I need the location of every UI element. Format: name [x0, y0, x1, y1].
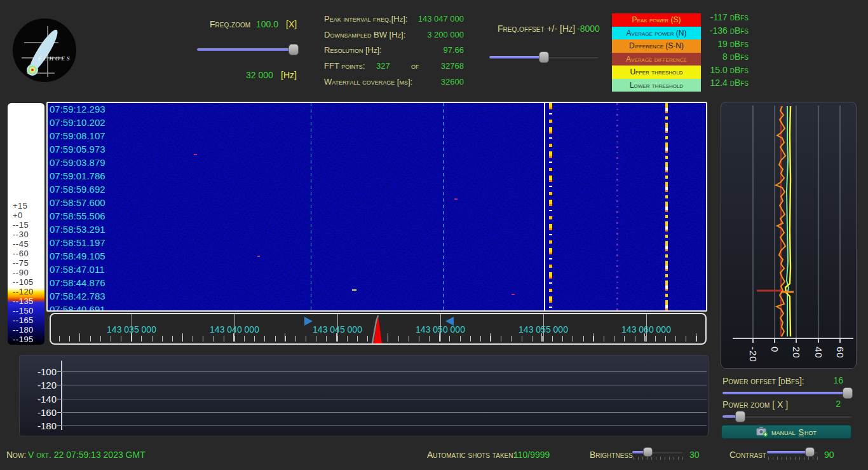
peak-frequency-marker[interactable] [367, 314, 393, 345]
waterfall-timestamp: 07:58:57.600 [50, 197, 126, 208]
waterfall-display[interactable]: 07:59:12.293 07:59:10.202 07:59:08.107 0… [46, 102, 707, 312]
freq-offset-slider-handle[interactable] [539, 52, 549, 63]
waterfall-timestamp: 07:58:49.105 [50, 251, 126, 261]
echoes-logo-icon: ECHOES [13, 18, 76, 82]
upper-threshold-readout: 15.0 dBfs [710, 65, 749, 75]
db-axis-label: -120 [25, 380, 57, 391]
power-zoom-label: Power zoom [ X ] [722, 399, 788, 410]
power-axis-label: 20 [791, 347, 802, 359]
spectrum-plot [721, 102, 857, 369]
interval-end-marker[interactable] [445, 317, 454, 326]
power-axis-label: 0 [770, 347, 780, 352]
waterfall-timestamp: 07:58:40.691 [50, 304, 126, 312]
intermittent-signal-line-2 [665, 103, 668, 310]
waterfall-timestamp: 07:58:55.506 [50, 211, 126, 221]
freq-span-unit: [Hz] [281, 70, 297, 80]
noise-speck [194, 154, 197, 155]
waterfall-timestamp: 07:59:03.879 [50, 157, 126, 168]
brightness-label: Brightness [590, 450, 633, 460]
interval-start-marker[interactable] [304, 317, 313, 326]
frequency-ruler: 143 035 000 143 040 000 143 045 000 143 … [50, 313, 707, 345]
waterfall-color-scale: +15 +0 --15 --30 --45 --60 --75 --90 --1… [8, 103, 44, 345]
brightness-value: 30 [689, 450, 700, 460]
manual-shot-button[interactable]: manualShot [721, 425, 851, 439]
freq-span-value: 32 000 [246, 70, 273, 80]
power-axis-label: 60 [835, 347, 846, 359]
shots-taken-value: 110/9999 [513, 450, 550, 460]
plot-legend: Peak power (S) Average power (N) Differe… [612, 13, 701, 92]
waterfall-timestamp: 07:59:01.786 [50, 170, 126, 181]
stat-resolution: Resolution [Hz]: 97.66 [324, 45, 464, 55]
waterfall-timestamp: 07:59:05.973 [50, 144, 126, 155]
echoes-app-window: ECHOES Freq.zoom 100.0 [X] 32 000 [Hz] P… [0, 0, 868, 470]
power-axis-label: 40 [813, 347, 824, 359]
now-value: V окт. 22 07:59:13 2023 GMT [28, 450, 146, 460]
freq-offset-label: Freq.offset +/- [Hz] [498, 24, 575, 34]
power-spectrum-panel[interactable]: -20 0 20 40 60 [721, 102, 857, 369]
waterfall-timestamp: 07:58:47.011 [50, 264, 126, 275]
legend-difference-button[interactable]: Difference (S-N) [612, 39, 701, 53]
intermittent-signal-line-1 [549, 103, 552, 310]
noise-speck [512, 294, 515, 295]
freq-zoom-value: 100.0 [256, 19, 278, 29]
carrier-signal-line [544, 103, 545, 310]
now-label: Now: [6, 450, 26, 460]
power-offset-slider[interactable] [722, 388, 852, 398]
stat-peak-interval-freq: Peak interval freq.[Hz]: 143 047 000 [324, 14, 464, 24]
peak-interval-end-line [443, 103, 444, 310]
power-offset-value: 16 [823, 375, 843, 385]
power-offset-label: Power offset [dBfs]: [722, 376, 804, 386]
scan-graph-panel: -100 -120 -140 -160 -180 [19, 355, 709, 436]
contrast-slider-handle[interactable] [805, 447, 815, 457]
freq-zoom-label: Freq.zoom [210, 19, 250, 29]
waterfall-timestamp: 07:58:42.783 [50, 291, 126, 301]
waterfall-timestamp: 07:58:44.876 [50, 277, 126, 288]
power-zoom-value: 2 [823, 399, 841, 409]
legend-upper-threshold-button[interactable]: Upper threshold [612, 66, 701, 79]
db-axis-label: -160 [25, 407, 57, 418]
legend-lower-threshold-button[interactable]: Lower threshold [612, 79, 701, 92]
shots-taken-label: Automatic shots taken: [427, 450, 515, 460]
contrast-label: Contrast [729, 450, 766, 460]
svg-text:ECHOES: ECHOES [37, 55, 72, 62]
db-axis-label: -140 [25, 394, 57, 404]
freq-offset-value: -8000 [577, 24, 600, 34]
db-axis-label: -100 [25, 366, 57, 377]
waterfall-timestamp: 07:59:08.107 [50, 130, 126, 141]
freq-zoom-slider-handle[interactable] [288, 44, 299, 55]
lower-threshold-readout: 12.4 dBfs [710, 78, 749, 88]
difference-readout: 19 dBfs [717, 39, 749, 49]
average-power-readout: -136 dBfs [710, 25, 749, 36]
brightness-slider-handle[interactable] [643, 447, 653, 457]
freq-zoom-slider[interactable] [197, 45, 297, 55]
camera-icon [756, 427, 768, 437]
waterfall-noise-texture [48, 103, 706, 310]
stat-downsampled-bw: Downsampled BW [Hz]: 3 200 000 [324, 30, 464, 40]
lower-threshold-trace [787, 106, 789, 336]
noise-speck [257, 256, 260, 257]
signal-speck [352, 289, 356, 291]
db-axis-label: -180 [25, 420, 57, 431]
waterfall-timestamp: 07:58:53.291 [50, 224, 126, 235]
legend-peak-power-button[interactable]: Peak power (S) [612, 13, 701, 27]
power-zoom-slider[interactable] [722, 411, 852, 422]
waterfall-timestamp: 07:58:59.692 [50, 184, 126, 195]
legend-average-power-button[interactable]: Average power (N) [612, 27, 701, 40]
peak-interval-start-line [311, 103, 311, 310]
waterfall-timestamp: 07:58:51.197 [50, 237, 126, 248]
legend-average-difference-button[interactable]: Average difference [612, 53, 701, 66]
freq-zoom-unit: [X] [286, 19, 297, 29]
noise-speck [454, 198, 458, 200]
waterfall-timestamp: 07:59:12.293 [50, 104, 126, 114]
contrast-slider[interactable] [767, 447, 818, 457]
faint-signal-line [616, 103, 618, 310]
waterfall-timestamp: 07:59:10.202 [50, 117, 126, 128]
freq-offset-slider[interactable] [489, 52, 599, 62]
average-difference-readout: 8 dBfs [722, 52, 749, 62]
brightness-slider[interactable] [632, 447, 683, 457]
power-offset-slider-handle[interactable] [843, 387, 853, 399]
contrast-value: 90 [824, 450, 834, 460]
peak-power-readout: -117 dBfs [710, 12, 749, 22]
power-zoom-slider-handle[interactable] [735, 411, 745, 422]
stat-waterfall-coverage: Waterfall coverage [ms]: 32600 [324, 77, 464, 87]
